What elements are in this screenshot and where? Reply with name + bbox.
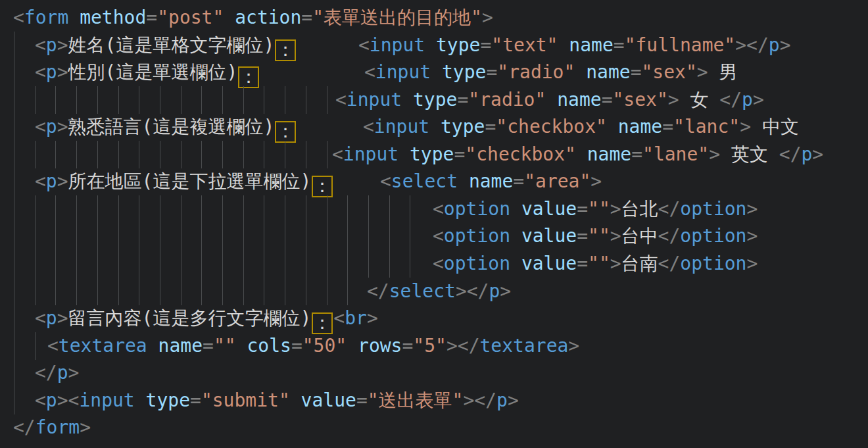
indent-guide-line xyxy=(285,278,285,305)
code-segment: </form> xyxy=(13,414,91,441)
code-token: 中文 xyxy=(751,116,799,137)
code-token: </ xyxy=(779,143,802,165)
code-token xyxy=(147,335,158,357)
indent-guide-line xyxy=(14,59,14,86)
unicode-highlight-box: ： xyxy=(238,66,259,88)
code-token xyxy=(398,143,410,165)
code-token: > xyxy=(508,389,519,411)
indent-guide-line xyxy=(222,278,223,305)
code-token: </ xyxy=(13,416,36,438)
indent-guide-line xyxy=(76,222,77,250)
code-token xyxy=(224,7,235,28)
indent-guide-line xyxy=(222,222,223,250)
code-token: "lanc" xyxy=(673,116,740,137)
code-token xyxy=(68,7,80,28)
code-token: = xyxy=(301,7,312,28)
code-segment: <textarea name="" cols="50" rows="5"></t… xyxy=(47,332,579,360)
code-token: = xyxy=(602,89,613,111)
indent-guide-line xyxy=(55,222,56,250)
code-token: type xyxy=(436,34,480,56)
code-token: br xyxy=(345,307,367,329)
code-token: 所在地區(這是下拉選單欄位) xyxy=(68,170,312,192)
code-token: > xyxy=(740,116,751,137)
code-segment: <input type="checkbox" name="lanc"> 中文 xyxy=(363,113,799,141)
code-token: type xyxy=(441,116,485,137)
indent-guide-line xyxy=(35,250,36,278)
indent-guide-line xyxy=(14,305,14,332)
code-token: = xyxy=(291,335,302,357)
indent-guide-line xyxy=(76,250,77,278)
code-token: name xyxy=(618,116,662,137)
code-token: = xyxy=(631,143,642,165)
code-token: name xyxy=(586,61,630,83)
code-token: > xyxy=(812,143,823,165)
code-token: = xyxy=(146,7,157,28)
indent-guide-line xyxy=(14,141,14,168)
indent-guide-line xyxy=(76,141,77,168)
code-token xyxy=(458,170,469,192)
indent-guide-line xyxy=(181,141,181,168)
code-token: = xyxy=(457,89,468,111)
indent-guide-line xyxy=(243,195,244,223)
code-token: "text" xyxy=(491,34,558,56)
code-token: ></ xyxy=(456,280,489,302)
indent-guide-line xyxy=(76,195,77,223)
indent-guide-line xyxy=(327,195,327,223)
code-token: </ xyxy=(658,225,681,247)
indent-guide-line xyxy=(222,141,223,168)
code-token: "post" xyxy=(157,7,224,28)
indent-guide-line xyxy=(181,195,181,223)
code-token: option xyxy=(680,225,746,247)
code-token: 姓名(這是單格文字欄位) xyxy=(68,34,275,56)
indent-guide-line xyxy=(14,387,14,414)
code-token: input xyxy=(370,34,425,56)
code-line: <option value="">台北</option> xyxy=(0,195,868,223)
code-token: > xyxy=(57,61,68,83)
code-token: textarea xyxy=(480,335,569,357)
code-token: method xyxy=(80,7,146,28)
indent-guide-line xyxy=(243,278,244,305)
indent-guide-line xyxy=(160,250,160,278)
code-token: < xyxy=(35,34,46,56)
indent-guide-line xyxy=(264,222,264,250)
indent-guide-line xyxy=(181,250,181,278)
code-token: p xyxy=(46,389,57,411)
indent-guide-line xyxy=(118,86,119,114)
code-token xyxy=(510,198,521,220)
indent-guide-line xyxy=(285,86,285,114)
code-token: name xyxy=(557,89,601,111)
code-token: > xyxy=(568,335,579,357)
indent-guide-line xyxy=(285,250,285,278)
code-line: <p>姓名(這是單格文字欄位)：<input type="text" name=… xyxy=(0,32,868,59)
unicode-highlight-box: ： xyxy=(312,312,333,334)
indent-guide-line xyxy=(35,278,36,305)
code-token xyxy=(576,143,587,165)
code-token: = xyxy=(577,198,588,220)
code-token: > xyxy=(57,116,68,137)
indent-guide-line xyxy=(14,195,14,223)
code-token: < xyxy=(433,253,444,274)
code-segment: </p> xyxy=(35,359,79,387)
indent-guide-line xyxy=(55,250,56,278)
indent-guide-line xyxy=(14,86,14,114)
code-editor[interactable]: <form method="post" action="表單送出的目的地"><p… xyxy=(0,0,868,448)
code-token: 女 xyxy=(679,89,720,111)
code-token: = xyxy=(356,389,368,411)
indent-guide-line xyxy=(368,250,369,278)
code-token xyxy=(510,225,521,247)
unicode-highlight-box: ： xyxy=(275,39,296,61)
indent-guide-line xyxy=(160,141,160,168)
code-token: name xyxy=(469,170,513,192)
indent-guide-line xyxy=(35,222,36,250)
code-token: > xyxy=(668,89,679,111)
code-token: < xyxy=(332,143,343,165)
code-token: < xyxy=(358,34,370,56)
code-token: option xyxy=(680,253,746,274)
code-token: option xyxy=(444,198,510,220)
code-token: "radio" xyxy=(468,89,546,111)
code-line: <p><input type="submit" value="送出表單"></p… xyxy=(0,387,868,414)
indent-guide-line xyxy=(97,250,98,278)
indent-guide-line xyxy=(139,141,139,168)
indent-guide-line xyxy=(118,195,119,223)
code-token: > xyxy=(746,225,758,247)
